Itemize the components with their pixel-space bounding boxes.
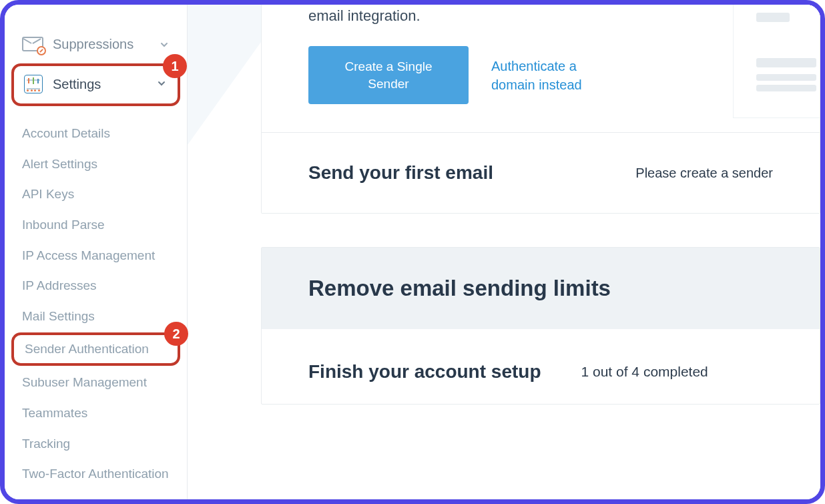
sidebar: Suppressions 1 Settings — [5, 5, 188, 499]
sidebar-item-mail-settings[interactable]: Mail Settings — [5, 301, 187, 332]
annotation-badge-1: 1 — [163, 54, 187, 78]
create-single-sender-button[interactable]: Create a Single Sender — [308, 46, 469, 104]
settings-submenu: Account Details Alert Settings API Keys … — [5, 113, 187, 489]
sidebar-item-teammates[interactable]: Teammates — [5, 398, 187, 429]
sidebar-item-label: Settings — [53, 77, 158, 92]
finish-setup-title: Finish your account setup — [308, 361, 541, 383]
remove-limits-card: Remove email sending limits Finish your … — [261, 247, 820, 405]
sidebar-item-tracking[interactable]: Tracking — [5, 429, 187, 459]
send-first-email-title: Send your first email — [308, 162, 493, 184]
suppressions-icon — [22, 34, 42, 54]
sidebar-item-sender-authentication[interactable]: 2 Sender Authentication — [11, 332, 180, 366]
finish-setup-progress: 1 out of 4 completed — [581, 364, 708, 380]
sidebar-item-suppressions[interactable]: Suppressions — [5, 25, 187, 63]
sidebar-item-ip-access-management[interactable]: IP Access Management — [5, 240, 187, 271]
chevron-down-icon — [158, 78, 166, 90]
sidebar-item-alert-settings[interactable]: Alert Settings — [5, 149, 187, 180]
sidebar-item-two-factor-authentication[interactable]: Two-Factor Authentication — [5, 459, 187, 489]
sidebar-item-label: Suppressions — [53, 37, 160, 52]
onboarding-card: email integration. Create a Single Sende… — [261, 5, 820, 214]
main-content: email integration. Create a Single Sende… — [188, 5, 820, 499]
send-first-email-status: Please create a sender — [635, 166, 773, 181]
illustration-placeholder — [733, 5, 820, 118]
annotation-badge-2: 2 — [164, 322, 188, 346]
sidebar-item-subuser-management[interactable]: Subuser Management — [5, 367, 187, 398]
sidebar-item-label: Sender Authentication — [25, 342, 149, 356]
sidebar-item-api-keys[interactable]: API Keys — [5, 179, 187, 210]
finish-setup-row[interactable]: Finish your account setup 1 out of 4 com… — [262, 329, 820, 404]
sidebar-item-inbound-parse[interactable]: Inbound Parse — [5, 210, 187, 240]
intro-text: email integration. — [308, 5, 773, 25]
authenticate-domain-link[interactable]: Authenticate a domain instead — [491, 57, 611, 94]
send-first-email-row[interactable]: Send your first email Please create a se… — [262, 132, 820, 213]
sidebar-item-account-details[interactable]: Account Details — [5, 118, 187, 149]
sidebar-item-ip-addresses[interactable]: IP Addresses — [5, 270, 187, 301]
remove-limits-title: Remove email sending limits — [308, 276, 773, 301]
settings-icon — [23, 74, 43, 94]
chevron-down-icon — [160, 39, 170, 49]
remove-limits-header: Remove email sending limits — [262, 248, 820, 329]
sidebar-item-settings[interactable]: 1 Settings — [11, 63, 180, 106]
